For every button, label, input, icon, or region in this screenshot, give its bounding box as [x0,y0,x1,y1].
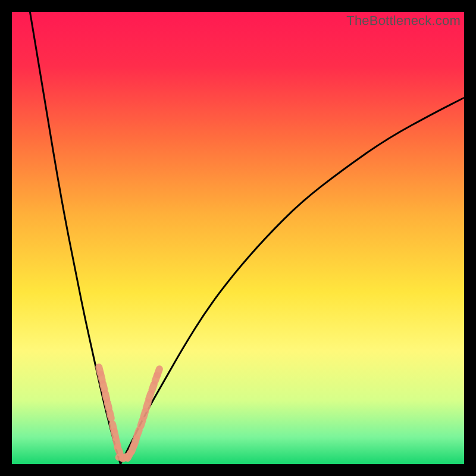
gradient-background [12,12,464,464]
chart-svg [12,12,464,464]
watermark-label: TheBottleneck.com [346,13,461,29]
chart-frame: TheBottleneck.com [12,12,464,464]
